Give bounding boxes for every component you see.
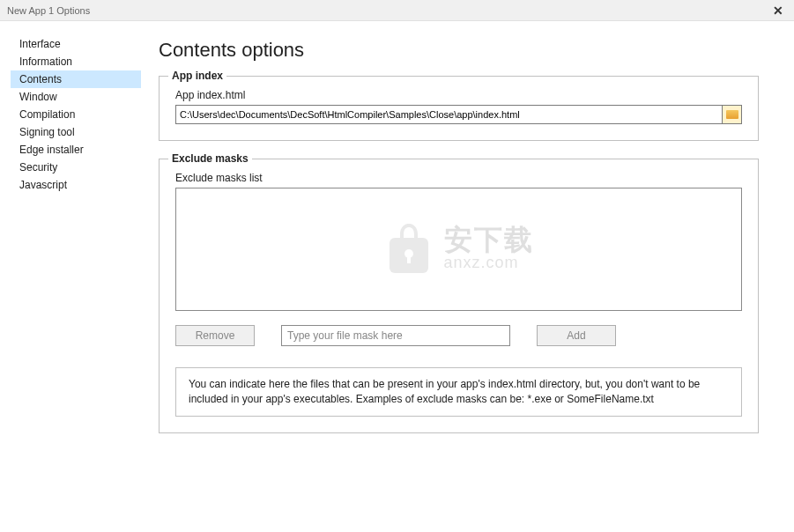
window-title: New App 1 Options	[7, 5, 90, 16]
remove-button[interactable]: Remove	[175, 325, 255, 346]
watermark-cn: 安下载	[444, 225, 534, 254]
add-button[interactable]: Add	[537, 325, 616, 346]
sidebar-item-interface[interactable]: Interface	[11, 35, 141, 53]
sidebar-item-signing-tool[interactable]: Signing tool	[11, 123, 141, 141]
sidebar-item-security[interactable]: Security	[11, 159, 141, 176]
folder-icon	[726, 110, 738, 119]
exclude-masks-list[interactable]: 安下载 anxz.com	[175, 188, 742, 311]
lock-bag-icon	[384, 222, 434, 277]
main-content: Contents options App index App index.htm…	[141, 21, 794, 532]
watermark: 安下载 anxz.com	[384, 222, 534, 277]
sidebar-item-compilation[interactable]: Compilation	[11, 106, 141, 123]
titlebar: New App 1 Options ✕	[0, 0, 794, 21]
page-title: Contents options	[159, 39, 759, 62]
exclude-list-label: Exclude masks list	[175, 172, 742, 184]
app-index-input[interactable]	[175, 105, 723, 124]
close-button[interactable]: ✕	[769, 2, 787, 19]
app-index-legend: App index	[168, 70, 226, 82]
file-mask-input[interactable]	[281, 325, 510, 346]
watermark-en: anxz.com	[444, 254, 534, 273]
sidebar-item-contents[interactable]: Contents	[11, 70, 141, 88]
sidebar-item-information[interactable]: Information	[11, 53, 141, 70]
sidebar: Interface Information Contents Window Co…	[0, 21, 141, 532]
sidebar-item-javascript[interactable]: Javascript	[11, 176, 141, 194]
exclude-masks-group: Exclude masks Exclude masks list 安下载 anx…	[159, 159, 759, 433]
exclude-masks-legend: Exclude masks	[168, 152, 252, 165]
browse-button[interactable]	[723, 105, 742, 124]
app-index-group: App index App index.html	[159, 76, 759, 141]
sidebar-item-window[interactable]: Window	[11, 88, 141, 106]
info-box: You can indicate here the files that can…	[175, 367, 742, 417]
sidebar-item-edge-installer[interactable]: Edge installer	[11, 141, 141, 159]
app-index-label: App index.html	[175, 89, 742, 101]
svg-rect-2	[407, 255, 411, 263]
